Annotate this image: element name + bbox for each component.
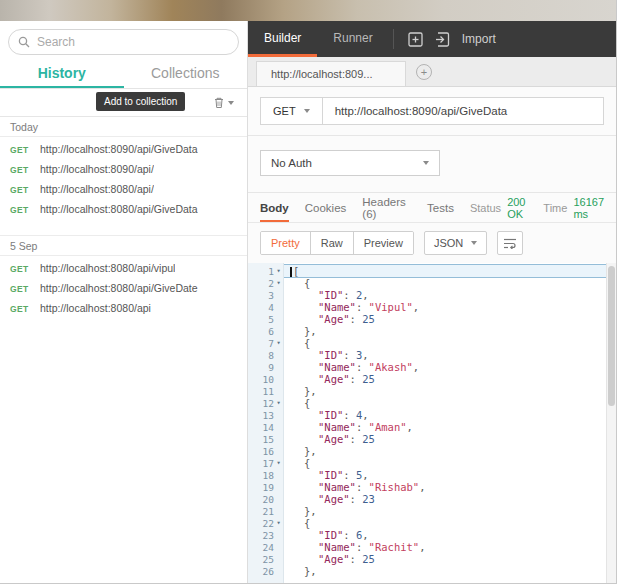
url-input[interactable]: http://localhost:8090/api/GiveData [323, 98, 603, 124]
line-number: 8 [248, 349, 283, 361]
code-line: "ID": 6, [284, 529, 616, 541]
header-divider [393, 29, 394, 49]
gutter: 1▾2▾34567▾89101112▾1314151617▾1819202122… [248, 263, 284, 583]
history-section-header: Today [0, 117, 247, 137]
line-number[interactable]: 1▾ [248, 265, 283, 277]
fold-toggle-icon[interactable]: ▾ [274, 459, 283, 467]
request-url: http://localhost:8080/api [40, 302, 151, 314]
code-line: "Age": 25 [284, 313, 616, 325]
history-item[interactable]: GEThttp://localhost:8080/api/GiveData [0, 199, 247, 219]
auth-type-dropdown[interactable]: No Auth [260, 150, 440, 176]
history-item[interactable]: GEThttp://localhost:8080/api/vipul [0, 258, 247, 278]
method-label: GET [10, 264, 32, 274]
code-line: "Name": "Rachit", [284, 541, 616, 553]
line-number: 11 [248, 385, 283, 397]
clear-history-button[interactable] [210, 94, 237, 111]
authorization-section: No Auth [248, 136, 616, 193]
line-number[interactable]: 7▾ [248, 337, 283, 349]
request-url: http://localhost:8090/api/GiveData [40, 143, 198, 155]
code-line: }, [284, 325, 616, 337]
code-line: "Name": "Akash", [284, 361, 616, 373]
code-line: }, [284, 505, 616, 517]
method-label: GET [10, 145, 32, 155]
fold-toggle-icon[interactable]: ▾ [274, 279, 283, 287]
tab-collections[interactable]: Collections [124, 59, 248, 88]
preview-button[interactable]: Preview [354, 232, 413, 254]
request-url: http://localhost:8080/api/GiveDate [40, 282, 198, 294]
line-number: 21 [248, 505, 283, 517]
code-line: "Age": 25 [284, 373, 616, 385]
fold-toggle-icon[interactable]: ▾ [274, 267, 283, 275]
line-number: 13 [248, 409, 283, 421]
chevron-down-icon [304, 109, 310, 113]
import-label[interactable]: Import [462, 32, 496, 46]
new-tab-icon[interactable] [408, 32, 425, 47]
search-box[interactable] [8, 29, 239, 55]
status-value: 200 OK [507, 196, 529, 220]
time-label: Time [543, 202, 567, 214]
line-number: 23 [248, 529, 283, 541]
scrollbar[interactable] [606, 263, 616, 583]
line-number[interactable]: 2▾ [248, 277, 283, 289]
line-number: 4 [248, 301, 283, 313]
request-tab[interactable]: http://localhost:809... [256, 61, 406, 86]
tab-builder[interactable]: Builder [248, 21, 317, 57]
line-number: 24 [248, 541, 283, 553]
fold-toggle-icon[interactable]: ▾ [274, 519, 283, 527]
main-panel: Builder Runner Import http://localhost:8… [248, 21, 616, 583]
method-label: GET [10, 185, 32, 195]
tab-headers[interactable]: Headers (6) [362, 188, 411, 228]
response-viewer-toolbar: Pretty Raw Preview JSON [248, 223, 616, 263]
search-input[interactable] [37, 35, 229, 49]
tab-body[interactable]: Body [260, 194, 289, 222]
history-section-header: 5 Sep [0, 235, 247, 256]
code-line: { [284, 517, 616, 529]
method-label: GET [10, 165, 32, 175]
code-line: "Name": "Rishab", [284, 481, 616, 493]
app-header: Builder Runner Import [248, 21, 616, 57]
tab-runner[interactable]: Runner [317, 21, 388, 57]
line-number[interactable]: 22▾ [248, 517, 283, 529]
import-icon[interactable] [435, 32, 452, 47]
line-number: 14 [248, 421, 283, 433]
code-line: { [284, 337, 616, 349]
response-meta-row: Body Cookies Headers (6) Tests Status 20… [248, 193, 616, 223]
history-item[interactable]: GEThttp://localhost:8090/api/GiveData [0, 139, 247, 159]
tab-tests[interactable]: Tests [427, 194, 454, 222]
line-wrap-button[interactable] [497, 231, 523, 255]
code-line: }, [284, 565, 616, 577]
raw-button[interactable]: Raw [311, 232, 354, 254]
code-lines: [{"ID": 2,"Name": "Vipul","Age": 25},{"I… [284, 263, 616, 583]
history-item[interactable]: GEThttp://localhost:8080/api [0, 298, 247, 318]
fold-toggle-icon[interactable]: ▾ [274, 399, 283, 407]
request-url: http://localhost:8080/api/GiveData [40, 203, 198, 215]
line-number[interactable]: 17▾ [248, 457, 283, 469]
tab-cookies[interactable]: Cookies [305, 194, 347, 222]
method-label: GET [10, 205, 32, 215]
line-number: 26 [248, 565, 283, 577]
trash-icon [213, 96, 225, 109]
scrollbar-thumb[interactable] [608, 266, 615, 406]
history-item[interactable]: GEThttp://localhost:8090/api/ [0, 159, 247, 179]
code-line: "ID": 4, [284, 409, 616, 421]
chevron-down-icon [471, 241, 477, 245]
pretty-button[interactable]: Pretty [261, 232, 311, 254]
code-line: "Age": 25 [284, 433, 616, 445]
method-dropdown[interactable]: GET [261, 98, 323, 124]
line-wrap-icon [503, 237, 517, 249]
line-number: 3 [248, 289, 283, 301]
history-item[interactable]: GEThttp://localhost:8080/api/ [0, 179, 247, 199]
code-line: "ID": 2, [284, 289, 616, 301]
request-tab-bar: http://localhost:809... + [248, 57, 616, 87]
status-label: Status [470, 202, 501, 214]
fold-toggle-icon[interactable]: ▾ [274, 339, 283, 347]
add-tab-button[interactable]: + [416, 64, 432, 80]
code-line: }, [284, 445, 616, 457]
tab-history[interactable]: History [0, 59, 124, 88]
line-number[interactable]: 12▾ [248, 397, 283, 409]
format-dropdown[interactable]: JSON [424, 231, 487, 255]
response-body-editor[interactable]: 1▾2▾34567▾89101112▾1314151617▾1819202122… [248, 263, 616, 583]
history-item[interactable]: GEThttp://localhost:8080/api/GiveDate [0, 278, 247, 298]
code-line: }, [284, 385, 616, 397]
request-url: http://localhost:8080/api/vipul [40, 262, 175, 274]
